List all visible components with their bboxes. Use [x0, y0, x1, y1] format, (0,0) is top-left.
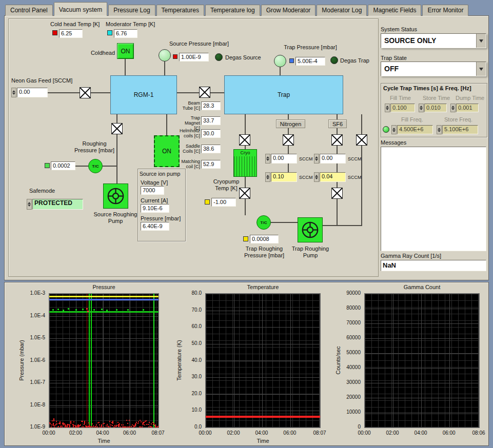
store-freq-input[interactable]: 5.100E+6 — [442, 125, 478, 134]
series-yellow-pressure — [49, 296, 159, 297]
series-source-pressure-noise — [141, 421, 142, 422]
temperature-chart: Temperature Temperature (K) 80.070.060.0… — [167, 282, 323, 445]
safemode-stepper[interactable] — [27, 199, 32, 210]
trap-magnet-readout: 33.7 — [201, 116, 221, 125]
y-axis: 80.070.060.050.040.030.020.010.00.0 — [167, 293, 204, 428]
grid-line — [290, 294, 291, 427]
sf6-flow-stepper-1[interactable] — [314, 154, 319, 164]
valve-icon[interactable] — [283, 134, 294, 146]
tab-temperatures[interactable]: Temperatures — [156, 5, 204, 16]
valve-icon[interactable] — [80, 87, 91, 98]
series-green-pressure-dots — [143, 309, 144, 311]
dump-time-label: Dump Time — [456, 95, 484, 101]
ion-voltage-label: Voltage [V] — [141, 179, 168, 186]
store-freq-stepper[interactable] — [437, 125, 442, 134]
tab-magnetic-fields[interactable]: Magnetic Fields — [368, 5, 421, 16]
grid-line — [365, 383, 479, 383]
fill-time-input[interactable]: 0.100 — [390, 104, 415, 112]
gamma-count-label: Gamma Ray Count [1/s] — [381, 253, 441, 259]
grid-line — [365, 309, 479, 309]
pump-icon — [104, 185, 127, 208]
valve-icon[interactable] — [111, 123, 123, 134]
trap-state-dropdown[interactable]: OFF — [381, 62, 486, 76]
cycle-led[interactable] — [383, 126, 389, 133]
fill-freq-stepper[interactable] — [391, 125, 397, 134]
series-source-pressure-noise — [123, 424, 124, 425]
grid-line — [449, 294, 450, 427]
cryopump[interactable]: Cryo — [233, 149, 257, 177]
tab-moderator-log[interactable]: Moderator Log — [317, 5, 367, 16]
grid-line — [49, 405, 159, 406]
series-source-pressure-noise — [67, 426, 68, 427]
neon-feed-input[interactable]: 0.00 — [17, 88, 48, 97]
tab-control-panel[interactable]: Control Panel — [5, 5, 53, 16]
source-roughing-pump[interactable] — [103, 184, 128, 209]
valve-icon[interactable] — [199, 87, 210, 98]
store-time-stepper[interactable] — [419, 104, 424, 112]
series-green-pressure-dots — [101, 309, 103, 310]
valve-icon[interactable] — [239, 134, 250, 146]
n2-flow-stepper-1[interactable] — [265, 154, 270, 164]
y-tick-label: 20.0 — [192, 391, 202, 397]
safemode-label: Safemode — [29, 188, 55, 194]
trap-roughing-pressure-label: Trap Roughing Pressure [mbar] — [237, 246, 291, 259]
neon-feed-stepper[interactable] — [11, 88, 16, 97]
grid-line — [234, 294, 234, 427]
n2-flow-input-2[interactable]: 0.10 — [271, 172, 297, 182]
sf6-flow-input-1[interactable]: 0.00 — [320, 154, 346, 164]
store-freq-label: Store Freq. — [444, 116, 472, 123]
coldhead-label: Coldhead — [86, 50, 115, 56]
y-tick-label: 0 — [358, 424, 361, 430]
dump-time-stepper[interactable] — [450, 104, 456, 112]
grid-line — [103, 294, 104, 427]
dropdown-button[interactable] — [476, 62, 486, 76]
grid-line — [206, 361, 320, 361]
tab-temperature-log[interactable]: Temperature log — [205, 5, 260, 16]
chart-title: Temperature — [205, 284, 321, 290]
fill-time-stepper[interactable] — [385, 104, 390, 112]
ion-pump-on-button[interactable]: ON — [154, 135, 180, 167]
fill-freq-input[interactable]: 4.500E+6 — [397, 125, 433, 134]
system-status-dropdown[interactable]: SOURCE ONLY — [381, 33, 486, 48]
x-tick-label: 04:00 — [415, 430, 427, 436]
y-tick-label: 80.0 — [192, 290, 202, 296]
trap-roughing-pump[interactable] — [298, 217, 323, 242]
y-tick-label: 50.0 — [192, 340, 202, 347]
dump-time-input[interactable]: 0.001 — [456, 104, 479, 112]
y-axis: 1.0E-31.0E-41.0E-51.0E-61.0E-71.0E-81.0E… — [9, 293, 47, 428]
degas-trap-led[interactable] — [330, 56, 338, 64]
tab-error-monitor[interactable]: Error Monitor — [422, 5, 468, 16]
beam-tube-label: Beam Tube [C] — [180, 100, 200, 111]
trap-pressure-label: Trap Pressure [mbar] — [278, 44, 343, 51]
dropdown-button[interactable] — [476, 34, 486, 48]
valve-icon[interactable] — [356, 134, 367, 146]
series-source-pressure-noise — [127, 423, 128, 424]
series-source-pressure-noise — [53, 423, 54, 425]
store-time-input[interactable]: 0.010 — [424, 104, 447, 112]
sf6-flow-input-2[interactable]: 0.04 — [320, 172, 346, 182]
trap-pressure-readout: 5.00E-4 — [295, 57, 325, 66]
x-axis: 00:0002:0004:0006:0008:07 — [205, 430, 321, 436]
series-source-pressure-noise — [80, 424, 81, 425]
degas-source-led[interactable] — [215, 53, 223, 61]
event-line — [89, 294, 90, 427]
safemode-value[interactable]: PROTECTED — [32, 199, 83, 210]
plot-area — [49, 293, 159, 428]
y-tick-label: 10.0 — [192, 407, 202, 413]
coldhead-on-button[interactable]: ON — [117, 43, 134, 59]
sccm-unit-label: SCCM — [348, 156, 362, 161]
cryopump-label: Cryo — [234, 150, 257, 156]
grid-line — [49, 294, 50, 427]
tab-grow-moderator[interactable]: Grow Moderator — [261, 5, 316, 16]
tab-pressure-log[interactable]: Pressure Log — [108, 5, 155, 16]
n2-flow-stepper-2[interactable] — [265, 172, 270, 182]
n2-flow-input-1[interactable]: 0.00 — [271, 154, 297, 164]
tab-vacuum-system[interactable]: Vacuum system — [54, 2, 107, 16]
series-source-pressure-noise — [58, 426, 59, 427]
sf6-flow-stepper-2[interactable] — [314, 172, 319, 182]
plot-area — [205, 293, 321, 428]
valve-icon[interactable] — [331, 188, 343, 199]
grid-line — [365, 353, 479, 354]
y-tick-label: 40000 — [346, 364, 361, 371]
valve-icon[interactable] — [331, 134, 343, 146]
